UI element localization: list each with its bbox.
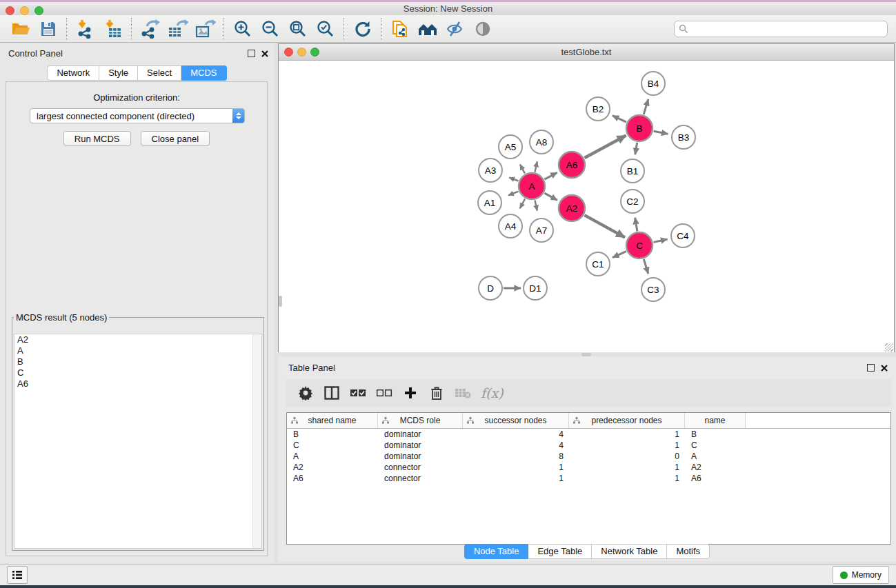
edge-B-B1[interactable]	[635, 143, 637, 155]
result-list-scrollbar[interactable]	[252, 334, 261, 548]
column-header-successor-nodes[interactable]: successor nodes	[463, 413, 569, 428]
add-column-icon[interactable]	[402, 383, 419, 403]
float-panel-icon[interactable]	[248, 50, 255, 57]
node-C1[interactable]: C1	[586, 252, 610, 276]
minimize-window-button[interactable]	[20, 6, 29, 15]
table-tab-network-table[interactable]: Network Table	[592, 544, 667, 559]
edge-B-B3[interactable]	[654, 131, 668, 134]
node-A7[interactable]: A7	[530, 219, 553, 242]
column-manager-icon[interactable]	[323, 383, 340, 403]
table-row[interactable]: Adominator80A	[287, 451, 890, 462]
node-C2[interactable]: C2	[621, 190, 644, 213]
table-settings-icon[interactable]	[297, 383, 314, 403]
node-A3[interactable]: A3	[479, 159, 502, 182]
table-tab-motifs[interactable]: Motifs	[667, 544, 710, 559]
mcds-result-item[interactable]: A	[14, 345, 261, 356]
node-B4[interactable]: B4	[641, 72, 665, 95]
zoom-in-icon[interactable]	[229, 17, 257, 41]
node-A4[interactable]: A4	[499, 214, 522, 238]
node-A8[interactable]: A8	[530, 130, 553, 154]
close-window-button[interactable]	[6, 6, 14, 15]
edge-B-B2[interactable]	[613, 116, 626, 122]
run-mcds-button[interactable]: Run MCDS	[63, 131, 131, 146]
node-A[interactable]: A	[519, 173, 545, 199]
node-A6[interactable]: A6	[559, 152, 585, 178]
mcds-result-item[interactable]: B	[14, 356, 261, 367]
table-row[interactable]: A6connector11A6	[287, 473, 890, 484]
open-file-icon[interactable]	[7, 17, 34, 41]
zoom-selected-icon[interactable]	[312, 17, 339, 41]
tab-select[interactable]: Select	[138, 65, 181, 81]
search-input[interactable]	[688, 23, 883, 34]
delete-column-icon[interactable]	[428, 383, 445, 403]
close-panel-button[interactable]: Close panel	[141, 131, 210, 146]
zoom-window-button[interactable]	[34, 6, 43, 15]
zoom-fit-icon[interactable]	[284, 17, 312, 41]
export-image-icon[interactable]	[192, 17, 219, 41]
show-all-icon[interactable]	[469, 17, 497, 41]
first-neighbors-icon[interactable]	[414, 17, 441, 41]
import-network-icon[interactable]	[72, 17, 99, 41]
edge-C-C4[interactable]	[654, 239, 668, 242]
canvas-scrollbar-nub[interactable]	[279, 296, 282, 307]
edge-B-B4[interactable]	[644, 99, 648, 114]
edge-A6-B[interactable]	[585, 136, 626, 159]
edge-C-C3[interactable]	[644, 259, 648, 274]
table-tab-node-table[interactable]: Node Table	[464, 544, 529, 559]
edge-C-C2[interactable]	[635, 218, 637, 232]
task-history-button[interactable]	[7, 566, 28, 584]
criterion-select[interactable]: largest connected component (directed)	[30, 108, 245, 123]
refresh-layout-icon[interactable]	[349, 17, 377, 41]
export-network-icon[interactable]	[137, 17, 164, 41]
edge-A-A4[interactable]	[520, 199, 525, 209]
edge-A-A5[interactable]	[520, 165, 525, 174]
node-B2[interactable]: B2	[586, 97, 610, 121]
column-header-shared-name[interactable]: shared name	[287, 413, 378, 428]
column-header-MCDS-role[interactable]: MCDS role	[378, 413, 463, 428]
node-B3[interactable]: B3	[672, 125, 695, 149]
memory-button[interactable]: Memory	[833, 566, 889, 584]
clone-network-icon[interactable]	[386, 17, 414, 41]
tab-network[interactable]: Network	[47, 65, 99, 81]
edge-A2-C[interactable]	[584, 215, 625, 237]
export-table-icon[interactable]	[164, 17, 192, 41]
hide-selected-icon[interactable]	[441, 17, 469, 41]
node-B1[interactable]: B1	[621, 159, 644, 183]
edge-A-A7[interactable]	[535, 201, 537, 211]
column-header-predecessor-nodes[interactable]: predecessor nodes	[569, 413, 685, 428]
node-C4[interactable]: C4	[671, 224, 695, 247]
edge-A-A3[interactable]	[509, 177, 518, 181]
select-all-rows-icon[interactable]	[350, 383, 366, 403]
deselect-all-rows-icon[interactable]	[376, 383, 392, 403]
import-table-icon[interactable]	[99, 17, 127, 41]
node-B[interactable]: B	[626, 115, 653, 141]
table-row[interactable]: Cdominator41C	[287, 440, 890, 451]
search-field[interactable]	[674, 21, 888, 37]
save-session-icon[interactable]	[34, 17, 62, 41]
edge-C-C1[interactable]	[613, 252, 626, 258]
mcds-result-item[interactable]: C	[14, 367, 261, 378]
node-D[interactable]: D	[479, 276, 502, 300]
table-row[interactable]: Bdominator41B	[287, 429, 890, 440]
network-canvas[interactable]: B4B2BB3A8A5A6A3B1AC2A1A2A4A7C4CC1C3DD1	[279, 61, 894, 352]
table-tab-edge-table[interactable]: Edge Table	[528, 544, 592, 559]
mcds-result-item[interactable]: A2	[14, 334, 261, 345]
node-C3[interactable]: C3	[641, 278, 665, 301]
edge-A-A1[interactable]	[508, 192, 519, 196]
tab-mcds[interactable]: MCDS	[181, 65, 226, 81]
window-resize-grip[interactable]	[885, 343, 893, 352]
node-A1[interactable]: A1	[478, 191, 501, 214]
edge-A-A2[interactable]	[544, 193, 557, 200]
zoom-network-button[interactable]	[310, 48, 319, 57]
minimize-network-button[interactable]	[297, 48, 306, 57]
edge-A-A6[interactable]	[545, 172, 557, 179]
node-A2[interactable]: A2	[559, 195, 585, 221]
node-C[interactable]: C	[626, 232, 653, 258]
table-row[interactable]: A2connector11A2	[287, 462, 890, 473]
tab-style[interactable]: Style	[99, 65, 138, 81]
edge-A-A8[interactable]	[535, 161, 537, 172]
mcds-result-item[interactable]: A6	[14, 378, 261, 389]
column-header-name[interactable]: name	[685, 413, 746, 428]
node-D1[interactable]: D1	[524, 276, 547, 300]
close-network-button[interactable]	[284, 48, 293, 57]
